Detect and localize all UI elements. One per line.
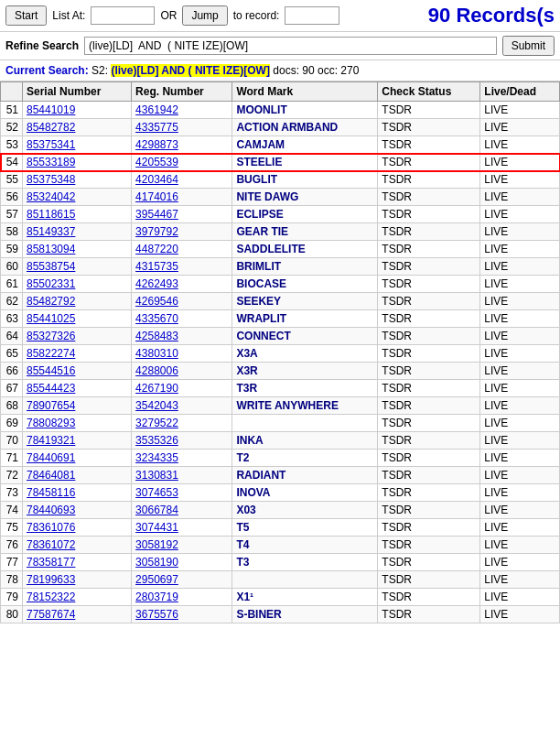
- to-record-input[interactable]: [285, 6, 339, 25]
- reg-number[interactable]: 3058190: [132, 554, 232, 571]
- serial-number[interactable]: 78358177: [23, 554, 132, 571]
- refine-search-bar: Refine Search Submit: [0, 32, 560, 60]
- live-dead: LIVE: [480, 519, 560, 537]
- reg-number[interactable]: 4262493: [132, 276, 232, 293]
- serial-number[interactable]: 78419321: [23, 432, 132, 450]
- serial-number[interactable]: 85324042: [23, 189, 132, 206]
- reg-number[interactable]: 4269546: [132, 293, 232, 310]
- table-row: 76 78361072 3058192 T4 TSDR LIVE: [1, 537, 560, 554]
- table-row: 68 78907654 3542043 WRITE ANYWHERE TSDR …: [1, 397, 560, 415]
- reg-number[interactable]: 3535326: [132, 432, 232, 450]
- reg-number[interactable]: 3074653: [132, 484, 232, 502]
- reg-number[interactable]: 4298873: [132, 136, 232, 154]
- word-mark: T4: [232, 537, 378, 554]
- serial-number[interactable]: 85375341: [23, 136, 132, 154]
- refine-input[interactable]: [84, 37, 497, 55]
- serial-number[interactable]: 85544516: [23, 363, 132, 380]
- reg-number[interactable]: 3058192: [132, 537, 232, 554]
- reg-number[interactable]: 4267190: [132, 380, 232, 397]
- reg-number[interactable]: 3979792: [132, 223, 232, 241]
- serial-number[interactable]: 78464081: [23, 467, 132, 484]
- reg-number[interactable]: 4315735: [132, 258, 232, 276]
- reg-number[interactable]: 4205539: [132, 154, 232, 171]
- reg-number[interactable]: 4361942: [132, 102, 232, 119]
- reg-number[interactable]: 4335775: [132, 119, 232, 136]
- row-number: 69: [1, 415, 23, 432]
- col-serial: Serial Number: [23, 82, 132, 102]
- reg-number[interactable]: 3074431: [132, 519, 232, 537]
- serial-number[interactable]: 85544423: [23, 380, 132, 397]
- check-status: TSDR: [378, 484, 480, 502]
- reg-number[interactable]: 2950697: [132, 571, 232, 589]
- serial-number[interactable]: 78907654: [23, 397, 132, 415]
- reg-number[interactable]: 4203464: [132, 171, 232, 189]
- serial-number[interactable]: 85441025: [23, 310, 132, 328]
- serial-number[interactable]: 85482782: [23, 119, 132, 136]
- serial-number[interactable]: 85441019: [23, 102, 132, 119]
- serial-number[interactable]: 85327326: [23, 328, 132, 345]
- row-number: 77: [1, 554, 23, 571]
- word-mark: X03: [232, 502, 378, 519]
- live-dead: LIVE: [480, 189, 560, 206]
- serial-number[interactable]: 85813094: [23, 241, 132, 258]
- table-row: 62 85482792 4269546 SEEKEY TSDR LIVE: [1, 293, 560, 310]
- serial-number[interactable]: 78199633: [23, 571, 132, 589]
- reg-number[interactable]: 2803719: [132, 589, 232, 606]
- reg-number[interactable]: 4487220: [132, 241, 232, 258]
- reg-number[interactable]: 3954467: [132, 206, 232, 223]
- reg-number[interactable]: 4174016: [132, 189, 232, 206]
- table-row: 64 85327326 4258483 CONNECT TSDR LIVE: [1, 328, 560, 345]
- check-status: TSDR: [378, 432, 480, 450]
- word-mark: SEEKEY: [232, 293, 378, 310]
- check-status: TSDR: [378, 502, 480, 519]
- reg-number[interactable]: 4335670: [132, 310, 232, 328]
- jump-button[interactable]: Jump: [182, 5, 227, 26]
- reg-number[interactable]: 3130831: [132, 467, 232, 484]
- serial-number[interactable]: 85149337: [23, 223, 132, 241]
- row-number: 75: [1, 519, 23, 537]
- reg-number[interactable]: 3542043: [132, 397, 232, 415]
- serial-number[interactable]: 78361072: [23, 537, 132, 554]
- reg-number[interactable]: 4380310: [132, 345, 232, 363]
- reg-number[interactable]: 3234335: [132, 450, 232, 467]
- row-number: 78: [1, 571, 23, 589]
- serial-number[interactable]: 78440691: [23, 450, 132, 467]
- serial-number[interactable]: 78361076: [23, 519, 132, 537]
- word-mark: WRITE ANYWHERE: [232, 397, 378, 415]
- serial-number[interactable]: 85538754: [23, 258, 132, 276]
- results-table: Serial Number Reg. Number Word Mark Chec…: [0, 81, 560, 623]
- serial-number[interactable]: 85822274: [23, 345, 132, 363]
- reg-number[interactable]: 3066784: [132, 502, 232, 519]
- row-number: 70: [1, 432, 23, 450]
- serial-number[interactable]: 78458116: [23, 484, 132, 502]
- serial-number[interactable]: 85118615: [23, 206, 132, 223]
- check-status: TSDR: [378, 136, 480, 154]
- refine-submit-button[interactable]: Submit: [502, 36, 555, 56]
- serial-number[interactable]: 78808293: [23, 415, 132, 432]
- table-row: 57 85118615 3954467 ECLIPSE TSDR LIVE: [1, 206, 560, 223]
- serial-number[interactable]: 85502331: [23, 276, 132, 293]
- list-at-input[interactable]: [91, 6, 155, 25]
- row-number: 68: [1, 397, 23, 415]
- check-status: TSDR: [378, 310, 480, 328]
- reg-number[interactable]: 3279522: [132, 415, 232, 432]
- serial-number[interactable]: 85482792: [23, 293, 132, 310]
- start-button[interactable]: Start: [5, 5, 47, 26]
- serial-number[interactable]: 78152322: [23, 589, 132, 606]
- table-row: 51 85441019 4361942 MOONLIT TSDR LIVE: [1, 102, 560, 119]
- serial-number[interactable]: 85533189: [23, 154, 132, 171]
- reg-number[interactable]: 4288006: [132, 363, 232, 380]
- current-search-query: (live)[LD] AND ( NITE IZE)[OW]: [111, 64, 270, 77]
- word-mark: INOVA: [232, 484, 378, 502]
- serial-number[interactable]: 85375348: [23, 171, 132, 189]
- table-header-row: Serial Number Reg. Number Word Mark Chec…: [1, 82, 560, 102]
- serial-number[interactable]: 78440693: [23, 502, 132, 519]
- row-number: 63: [1, 310, 23, 328]
- table-row: 77 78358177 3058190 T3 TSDR LIVE: [1, 554, 560, 571]
- word-mark: RADIANT: [232, 467, 378, 484]
- serial-number[interactable]: 77587674: [23, 606, 132, 623]
- reg-number[interactable]: 3675576: [132, 606, 232, 623]
- word-mark: ACTION ARMBAND: [232, 119, 378, 136]
- word-mark: T3: [232, 554, 378, 571]
- reg-number[interactable]: 4258483: [132, 328, 232, 345]
